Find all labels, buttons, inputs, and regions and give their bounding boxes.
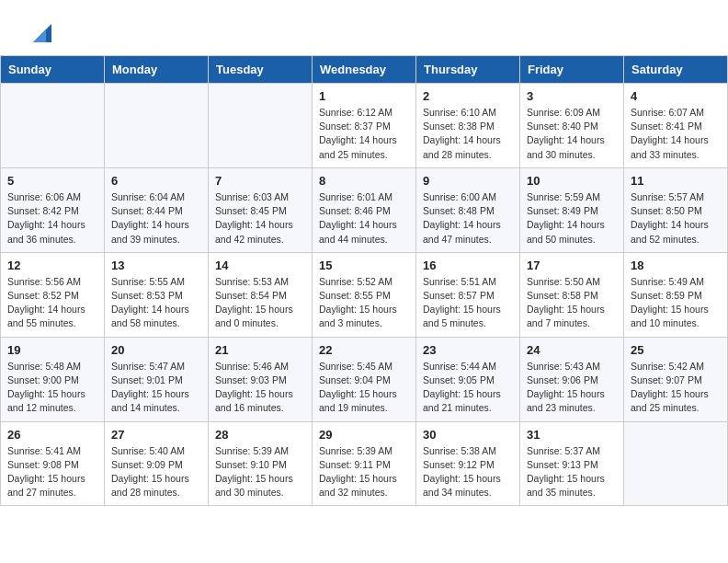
calendar-cell: 1Sunrise: 6:12 AM Sunset: 8:37 PM Daylig… xyxy=(313,84,416,168)
calendar-cell: 26Sunrise: 5:41 AM Sunset: 9:08 PM Dayli… xyxy=(1,421,105,506)
day-number: 1 xyxy=(319,89,409,103)
day-number: 6 xyxy=(111,174,201,188)
day-info: Sunrise: 5:43 AM Sunset: 9:06 PM Dayligh… xyxy=(527,360,617,416)
calendar-cell: 24Sunrise: 5:43 AM Sunset: 9:06 PM Dayli… xyxy=(520,337,624,421)
day-info: Sunrise: 5:39 AM Sunset: 9:11 PM Dayligh… xyxy=(319,444,409,500)
calendar-cell: 4Sunrise: 6:07 AM Sunset: 8:41 PM Daylig… xyxy=(624,84,728,168)
day-info: Sunrise: 5:50 AM Sunset: 8:58 PM Dayligh… xyxy=(527,275,617,331)
day-number: 5 xyxy=(7,174,97,188)
calendar-cell: 5Sunrise: 6:06 AM Sunset: 8:42 PM Daylig… xyxy=(1,167,105,252)
day-number: 18 xyxy=(631,259,721,272)
day-info: Sunrise: 5:44 AM Sunset: 9:05 PM Dayligh… xyxy=(423,360,513,416)
day-number: 9 xyxy=(423,174,513,188)
day-number: 7 xyxy=(215,174,305,188)
calendar-cell: 15Sunrise: 5:52 AM Sunset: 8:55 PM Dayli… xyxy=(313,252,416,337)
day-number: 2 xyxy=(423,89,513,103)
day-number: 24 xyxy=(527,343,617,357)
logo-icon xyxy=(26,17,55,46)
calendar-cell: 23Sunrise: 5:44 AM Sunset: 9:05 PM Dayli… xyxy=(416,337,520,421)
week-row-3: 12Sunrise: 5:56 AM Sunset: 8:52 PM Dayli… xyxy=(1,252,728,337)
day-info: Sunrise: 5:39 AM Sunset: 9:10 PM Dayligh… xyxy=(215,444,305,500)
weekday-header-wednesday: Wednesday xyxy=(313,56,416,84)
calendar-cell: 29Sunrise: 5:39 AM Sunset: 9:11 PM Dayli… xyxy=(313,421,416,506)
day-info: Sunrise: 6:06 AM Sunset: 8:42 PM Dayligh… xyxy=(7,190,97,247)
weekday-header-row: SundayMondayTuesdayWednesdayThursdayFrid… xyxy=(1,56,728,84)
day-info: Sunrise: 5:38 AM Sunset: 9:12 PM Dayligh… xyxy=(423,444,513,500)
day-info: Sunrise: 5:51 AM Sunset: 8:57 PM Dayligh… xyxy=(423,275,513,331)
day-info: Sunrise: 6:04 AM Sunset: 8:44 PM Dayligh… xyxy=(111,190,201,247)
calendar-cell: 27Sunrise: 5:40 AM Sunset: 9:09 PM Dayli… xyxy=(105,421,209,506)
day-info: Sunrise: 5:53 AM Sunset: 8:54 PM Dayligh… xyxy=(215,275,305,331)
day-info: Sunrise: 6:00 AM Sunset: 8:48 PM Dayligh… xyxy=(423,190,513,247)
calendar-cell: 11Sunrise: 5:57 AM Sunset: 8:50 PM Dayli… xyxy=(624,167,728,252)
day-number: 22 xyxy=(319,343,409,357)
calendar-cell: 20Sunrise: 5:47 AM Sunset: 9:01 PM Dayli… xyxy=(105,337,209,421)
calendar-cell: 14Sunrise: 5:53 AM Sunset: 8:54 PM Dayli… xyxy=(209,252,313,337)
weekday-header-thursday: Thursday xyxy=(416,56,520,84)
day-number: 30 xyxy=(423,428,513,442)
day-info: Sunrise: 6:03 AM Sunset: 8:45 PM Dayligh… xyxy=(215,190,305,247)
day-number: 4 xyxy=(631,89,721,103)
day-number: 10 xyxy=(527,174,617,188)
day-number: 29 xyxy=(319,428,409,442)
calendar-cell: 9Sunrise: 6:00 AM Sunset: 8:48 PM Daylig… xyxy=(416,167,520,252)
calendar-cell xyxy=(624,421,728,506)
calendar-cell: 31Sunrise: 5:37 AM Sunset: 9:13 PM Dayli… xyxy=(520,421,624,506)
calendar-cell: 8Sunrise: 6:01 AM Sunset: 8:46 PM Daylig… xyxy=(313,167,416,252)
day-info: Sunrise: 6:12 AM Sunset: 8:37 PM Dayligh… xyxy=(319,106,409,162)
day-number: 19 xyxy=(7,343,97,357)
day-info: Sunrise: 5:57 AM Sunset: 8:50 PM Dayligh… xyxy=(631,190,721,247)
day-info: Sunrise: 5:52 AM Sunset: 8:55 PM Dayligh… xyxy=(319,275,409,331)
day-number: 26 xyxy=(7,428,97,442)
calendar: SundayMondayTuesdayWednesdayThursdayFrid… xyxy=(0,55,728,506)
day-number: 31 xyxy=(527,428,617,442)
day-number: 8 xyxy=(319,174,409,188)
day-number: 17 xyxy=(527,259,617,272)
day-info: Sunrise: 5:40 AM Sunset: 9:09 PM Dayligh… xyxy=(111,444,201,500)
day-info: Sunrise: 5:49 AM Sunset: 8:59 PM Dayligh… xyxy=(631,275,721,331)
day-info: Sunrise: 5:56 AM Sunset: 8:52 PM Dayligh… xyxy=(7,275,97,331)
calendar-cell: 6Sunrise: 6:04 AM Sunset: 8:44 PM Daylig… xyxy=(105,167,209,252)
day-number: 27 xyxy=(111,428,201,442)
calendar-cell: 18Sunrise: 5:49 AM Sunset: 8:59 PM Dayli… xyxy=(624,252,728,337)
week-row-1: 1Sunrise: 6:12 AM Sunset: 8:37 PM Daylig… xyxy=(1,84,728,168)
day-info: Sunrise: 6:09 AM Sunset: 8:40 PM Dayligh… xyxy=(527,106,617,162)
day-number: 13 xyxy=(111,259,201,272)
day-number: 16 xyxy=(423,259,513,272)
calendar-cell: 7Sunrise: 6:03 AM Sunset: 8:45 PM Daylig… xyxy=(209,167,313,252)
day-info: Sunrise: 5:41 AM Sunset: 9:08 PM Dayligh… xyxy=(7,444,97,500)
day-number: 20 xyxy=(111,343,201,357)
calendar-cell xyxy=(1,84,105,168)
day-info: Sunrise: 5:48 AM Sunset: 9:00 PM Dayligh… xyxy=(7,360,97,416)
week-row-5: 26Sunrise: 5:41 AM Sunset: 9:08 PM Dayli… xyxy=(1,421,728,506)
calendar-cell: 2Sunrise: 6:10 AM Sunset: 8:38 PM Daylig… xyxy=(416,84,520,168)
day-number: 21 xyxy=(215,343,305,357)
day-info: Sunrise: 6:01 AM Sunset: 8:46 PM Dayligh… xyxy=(319,190,409,247)
weekday-header-monday: Monday xyxy=(105,56,209,84)
calendar-cell: 13Sunrise: 5:55 AM Sunset: 8:53 PM Dayli… xyxy=(105,252,209,337)
calendar-cell: 3Sunrise: 6:09 AM Sunset: 8:40 PM Daylig… xyxy=(520,84,624,168)
svg-marker-1 xyxy=(33,29,46,42)
weekday-header-tuesday: Tuesday xyxy=(209,56,313,84)
calendar-cell xyxy=(105,84,209,168)
calendar-cell: 10Sunrise: 5:59 AM Sunset: 8:49 PM Dayli… xyxy=(520,167,624,252)
calendar-cell xyxy=(209,84,313,168)
logo xyxy=(22,17,55,46)
calendar-cell: 22Sunrise: 5:45 AM Sunset: 9:04 PM Dayli… xyxy=(313,337,416,421)
header xyxy=(0,0,728,55)
day-info: Sunrise: 5:46 AM Sunset: 9:03 PM Dayligh… xyxy=(215,360,305,416)
calendar-cell: 12Sunrise: 5:56 AM Sunset: 8:52 PM Dayli… xyxy=(1,252,105,337)
day-number: 14 xyxy=(215,259,305,272)
day-info: Sunrise: 5:55 AM Sunset: 8:53 PM Dayligh… xyxy=(111,275,201,331)
day-info: Sunrise: 5:45 AM Sunset: 9:04 PM Dayligh… xyxy=(319,360,409,416)
day-info: Sunrise: 5:37 AM Sunset: 9:13 PM Dayligh… xyxy=(527,444,617,500)
day-info: Sunrise: 6:10 AM Sunset: 8:38 PM Dayligh… xyxy=(423,106,513,162)
weekday-header-sunday: Sunday xyxy=(1,56,105,84)
calendar-cell: 25Sunrise: 5:42 AM Sunset: 9:07 PM Dayli… xyxy=(624,337,728,421)
week-row-2: 5Sunrise: 6:06 AM Sunset: 8:42 PM Daylig… xyxy=(1,167,728,252)
day-number: 23 xyxy=(423,343,513,357)
weekday-header-saturday: Saturday xyxy=(624,56,728,84)
day-number: 28 xyxy=(215,428,305,442)
day-info: Sunrise: 5:47 AM Sunset: 9:01 PM Dayligh… xyxy=(111,360,201,416)
day-info: Sunrise: 6:07 AM Sunset: 8:41 PM Dayligh… xyxy=(631,106,721,162)
